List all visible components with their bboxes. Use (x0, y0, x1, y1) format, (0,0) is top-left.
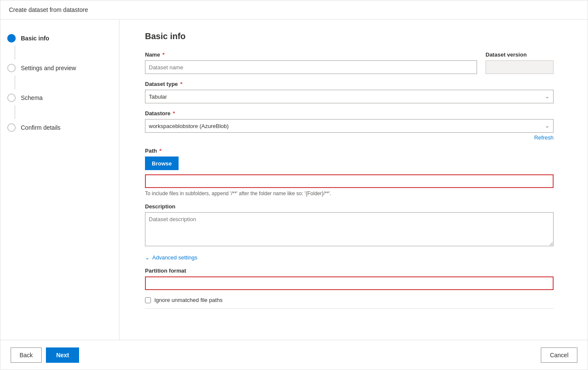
step-circle-settings-preview (7, 64, 16, 72)
path-hint: To include files in subfolders, append '… (145, 191, 554, 196)
advanced-settings-toggle[interactable]: ⌄ Advanced settings (145, 254, 554, 261)
sidebar-item-settings-preview[interactable]: Settings and preview (7, 60, 112, 76)
step-label-confirm-details: Confirm details (21, 124, 60, 131)
partition-format-label: Partition format (145, 268, 554, 274)
step-label-basic-info: Basic info (21, 34, 49, 42)
step-circle-basic-info (7, 34, 16, 43)
browse-button[interactable]: Browse (145, 157, 179, 170)
chevron-down-icon: ⌄ (145, 254, 150, 261)
step-connector-3 (14, 105, 15, 119)
sidebar-item-basic-info[interactable]: Basic info (7, 30, 112, 46)
path-label: Path * (145, 148, 554, 154)
name-input[interactable] (145, 60, 477, 74)
datastore-select[interactable]: workspaceblobstore (AzureBlob) (145, 119, 554, 133)
content-area: Basic info Name * Dataset version 1 Data… (119, 20, 588, 340)
dataset-type-select[interactable]: TabularFile (145, 90, 554, 103)
step-connector-1 (14, 46, 15, 60)
refresh-link[interactable]: Refresh (145, 134, 554, 141)
description-label: Description (145, 203, 554, 210)
step-circle-schema (7, 94, 16, 102)
cancel-button[interactable]: Cancel (541, 347, 577, 363)
ignore-unmatched-label: Ignore unmatched file paths (154, 297, 222, 303)
ignore-unmatched-checkbox[interactable] (145, 297, 151, 303)
datastore-select-wrapper: workspaceblobstore (AzureBlob) ⌄ (145, 119, 554, 133)
sidebar-item-schema[interactable]: Schema (7, 89, 112, 105)
back-button[interactable]: Back (11, 347, 42, 363)
datastore-label: Datastore * (145, 110, 554, 117)
page-title: Create dataset from datastore (9, 6, 88, 13)
footer: Back Next Cancel (0, 340, 588, 370)
dataset-type-label: Dataset type * (145, 81, 554, 87)
page-header: Create dataset from datastore (0, 0, 588, 20)
step-label-schema: Schema (21, 94, 43, 101)
partition-format-input[interactable]: /{timestamp:yyy/MM/dd}/data.parquet (145, 276, 554, 290)
step-circle-confirm-details (7, 123, 16, 132)
dataset-type-select-wrapper: TabularFile ⌄ (145, 90, 554, 103)
form-section-title: Basic info (145, 31, 554, 41)
description-textarea[interactable] (145, 212, 554, 246)
footer-left-buttons: Back Next (11, 347, 79, 363)
name-label: Name * (145, 51, 477, 58)
ignore-unmatched-row: Ignore unmatched file paths (145, 297, 554, 303)
sidebar: Basic info Settings and preview Schema C… (0, 20, 119, 340)
dataset-version-label: Dataset version (486, 51, 554, 58)
step-connector-2 (14, 76, 15, 89)
divider-line (145, 308, 554, 309)
step-label-settings-preview: Settings and preview (21, 64, 76, 71)
dataset-version-input: 1 (486, 60, 554, 74)
next-button[interactable]: Next (46, 347, 79, 363)
path-input[interactable]: NoaalsdFlorida/2019/** (145, 174, 554, 188)
sidebar-item-confirm-details[interactable]: Confirm details (7, 119, 112, 135)
